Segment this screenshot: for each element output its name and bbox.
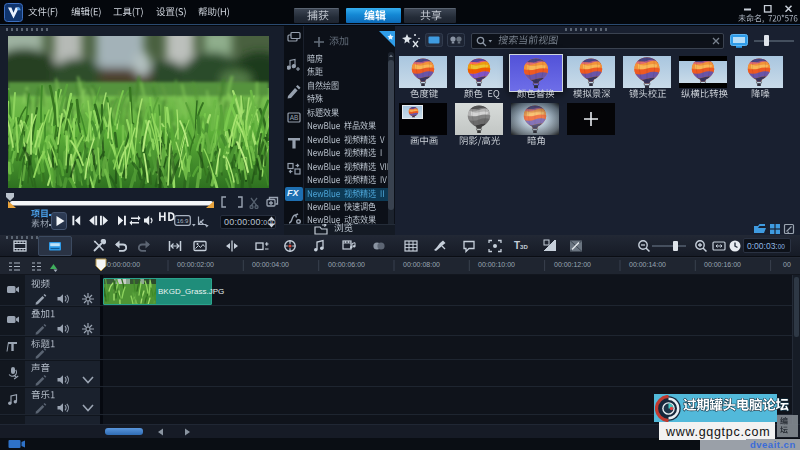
svg-text:AB: AB [290,114,299,121]
svg-text:16:9: 16:9 [177,218,189,224]
